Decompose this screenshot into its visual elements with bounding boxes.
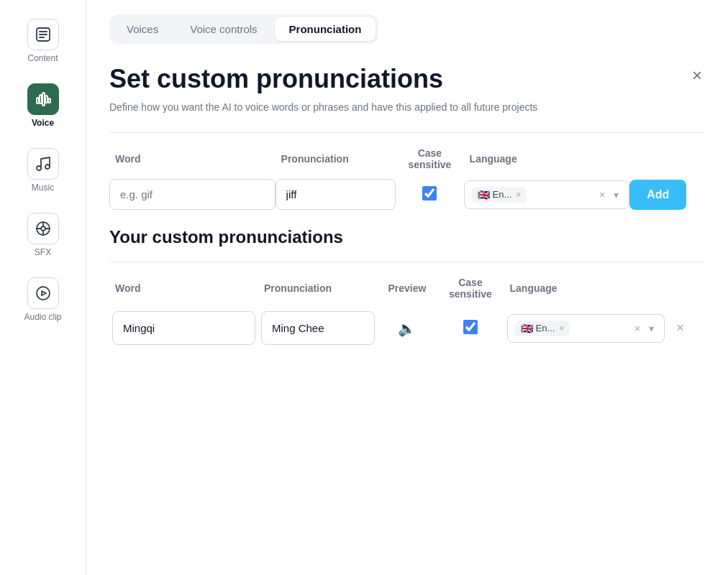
pron-word-cell bbox=[109, 308, 258, 348]
pron-language-flag: 🇬🇧 bbox=[521, 323, 533, 334]
sfx-icon-wrap bbox=[27, 213, 59, 244]
pron-col-header-preview: Preview bbox=[378, 277, 437, 308]
pron-preview-cell: 🔈 bbox=[378, 308, 437, 348]
sidebar-item-sfx[interactable]: SFX bbox=[11, 206, 76, 264]
svg-rect-4 bbox=[37, 98, 39, 104]
col-header-case-sensitive: Case sensitive bbox=[396, 147, 463, 179]
add-pronunciation-form: Word Pronunciation Case sensitive Langua… bbox=[109, 147, 705, 210]
col-header-language: Language bbox=[464, 147, 630, 179]
page-header: Set custom pronunciations × bbox=[109, 64, 705, 94]
pronunciation-input[interactable] bbox=[276, 179, 396, 210]
case-sensitive-checkbox-cell bbox=[396, 179, 463, 210]
custom-pronunciations-table: Word Pronunciation Preview Case sensitiv… bbox=[109, 277, 705, 348]
preview-speaker-button[interactable]: 🔈 bbox=[398, 320, 416, 337]
add-pronunciation-row: 🇬🇧 En... × × ▾ Add bbox=[109, 179, 705, 210]
pron-language-dropdown-button[interactable]: ▾ bbox=[646, 321, 657, 336]
pron-language-tag-text: En... bbox=[536, 323, 555, 334]
audioclip-icon-wrap bbox=[27, 277, 59, 309]
page-subtitle: Define how you want the AI to voice word… bbox=[109, 100, 656, 115]
language-select-actions: × ▾ bbox=[596, 188, 622, 202]
pron-pronunciation-cell bbox=[258, 308, 378, 348]
language-dropdown-button[interactable]: ▾ bbox=[611, 188, 622, 202]
custom-section-divider bbox=[109, 262, 705, 262]
add-button-cell: Add bbox=[629, 179, 705, 210]
svg-rect-8 bbox=[48, 98, 50, 103]
sidebar-item-voice[interactable]: Voice bbox=[11, 76, 76, 135]
svg-rect-6 bbox=[42, 93, 45, 106]
sidebar-item-sfx-label: SFX bbox=[35, 247, 51, 257]
sidebar-item-content[interactable]: Content bbox=[11, 12, 76, 70]
language-select-cell: 🇬🇧 En... × × ▾ bbox=[464, 179, 630, 210]
tab-bar: Voices Voice controls Pronunciation bbox=[109, 14, 378, 44]
table-row: 🔈 🇬🇧 En... × × ▾ bbox=[109, 308, 705, 348]
pron-col-header-language: Language bbox=[504, 277, 668, 308]
pron-word-input[interactable] bbox=[112, 311, 255, 345]
pron-language-tag-remove[interactable]: × bbox=[559, 323, 564, 334]
sidebar-item-content-label: Content bbox=[27, 53, 58, 63]
voice-icon-wrap bbox=[27, 83, 59, 115]
word-input[interactable] bbox=[109, 179, 276, 210]
word-input-cell bbox=[109, 179, 276, 210]
case-sensitive-label: Case sensitive bbox=[408, 147, 451, 170]
language-tag-text: En... bbox=[493, 189, 512, 200]
case-sensitive-checkbox[interactable] bbox=[422, 186, 437, 201]
pron-case-checkbox-cell bbox=[437, 308, 504, 348]
page-title: Set custom pronunciations bbox=[109, 64, 443, 94]
pron-col-header-case: Case sensitive bbox=[437, 277, 504, 308]
section-divider bbox=[109, 132, 705, 133]
language-tag-remove[interactable]: × bbox=[516, 190, 521, 200]
sidebar-item-music[interactable]: Music bbox=[11, 141, 76, 200]
pron-language-clear-button[interactable]: × bbox=[632, 321, 643, 336]
close-button[interactable]: × bbox=[689, 64, 705, 87]
pronunciation-input-cell bbox=[276, 179, 396, 210]
pron-case-label: Case sensitive bbox=[449, 277, 492, 300]
main-content: Voices Voice controls Pronunciation Set … bbox=[86, 0, 728, 575]
pron-delete-cell: × bbox=[668, 308, 705, 348]
pron-col-header-pronunciation: Pronunciation bbox=[258, 277, 378, 308]
sidebar-item-audioclip-label: Audio clip bbox=[24, 312, 61, 322]
pron-col-header-word: Word bbox=[109, 277, 258, 308]
pron-delete-button[interactable]: × bbox=[670, 318, 690, 339]
pron-pronunciation-input[interactable] bbox=[261, 311, 375, 345]
tab-pronunciation[interactable]: Pronunciation bbox=[275, 17, 376, 41]
sidebar: Content Voice Music bbox=[0, 0, 86, 575]
col-header-pronunciation: Pronunciation bbox=[276, 147, 396, 179]
language-clear-button[interactable]: × bbox=[596, 188, 608, 202]
pron-language-cell: 🇬🇧 En... × × ▾ bbox=[504, 308, 668, 348]
svg-point-9 bbox=[37, 166, 41, 170]
tab-voicecontrols[interactable]: Voice controls bbox=[176, 17, 271, 41]
music-icon-wrap bbox=[27, 148, 59, 180]
svg-point-17 bbox=[37, 287, 50, 300]
pron-language-select-wrap: 🇬🇧 En... × × ▾ bbox=[507, 314, 665, 343]
language-flag: 🇬🇧 bbox=[478, 189, 490, 201]
sidebar-item-voice-label: Voice bbox=[32, 118, 54, 128]
add-button[interactable]: Add bbox=[629, 180, 686, 210]
svg-rect-5 bbox=[40, 95, 42, 104]
custom-pronunciations-title: Your custom pronunciations bbox=[109, 227, 705, 247]
svg-rect-7 bbox=[45, 96, 47, 103]
tab-voices[interactable]: Voices bbox=[112, 17, 173, 41]
pron-language-select-actions: × ▾ bbox=[632, 321, 657, 336]
col-header-word: Word bbox=[109, 147, 276, 179]
language-select-wrap: 🇬🇧 En... × × ▾ bbox=[464, 180, 630, 209]
sidebar-item-music-label: Music bbox=[32, 183, 54, 193]
content-icon-wrap bbox=[27, 19, 59, 50]
pron-language-tag: 🇬🇧 En... × bbox=[515, 321, 570, 336]
pron-case-sensitive-checkbox[interactable] bbox=[463, 320, 478, 334]
language-tag: 🇬🇧 En... × bbox=[472, 187, 527, 203]
sidebar-item-audioclip[interactable]: Audio clip bbox=[11, 270, 76, 329]
